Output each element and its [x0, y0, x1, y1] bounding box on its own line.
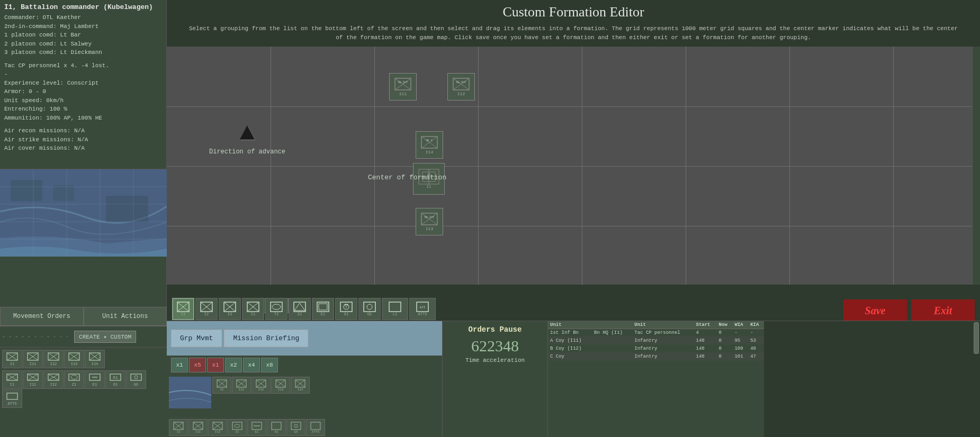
- toolbar-I2[interactable]: I2: [195, 298, 218, 320]
- cell-wia3: 100: [732, 345, 748, 353]
- unit-icon-Z1[interactable]: Z1: [64, 370, 84, 389]
- dash-separator: -: [4, 70, 162, 79]
- cell-kia4: 47: [748, 353, 764, 361]
- unit-icon-I14[interactable]: I14: [85, 350, 105, 368]
- toolbar-I1b[interactable]: I1: [242, 298, 264, 320]
- unit-actions-button[interactable]: Unit Actions: [84, 307, 167, 326]
- mult-x1b[interactable]: x1: [207, 358, 224, 372]
- create-custom-row: - - - - - · · - · · · CREATE ✦ CUSTOM: [0, 326, 167, 348]
- mini-icon-I1[interactable]: I1: [212, 377, 231, 394]
- mult-x4[interactable]: x4: [243, 358, 260, 372]
- icon-label-I12b: I12: [50, 383, 57, 387]
- create-custom-button[interactable]: CREATE ✦ CUSTOM: [74, 331, 136, 343]
- svg-rect-124: [291, 422, 301, 430]
- main-editor: Custom Formation Editor Select a groupin…: [167, 0, 980, 437]
- mult-x8[interactable]: x8: [261, 358, 278, 372]
- unit-icon-I12[interactable]: I12: [43, 350, 64, 368]
- grid-v-3: [478, 47, 479, 285]
- scroll-bar[interactable]: [972, 47, 980, 285]
- svg-rect-94: [169, 377, 211, 408]
- unit-icon-I13[interactable]: I13: [64, 350, 84, 368]
- formation-grid[interactable]: ▲ Direction of advance Kp Inf I11: [167, 47, 980, 285]
- mini-icon2-E1[interactable]: E1: [247, 419, 266, 436]
- toolbar-ATTS[interactable]: ATT ATTS: [409, 298, 436, 320]
- mini-icon2-I12[interactable]: I12: [208, 419, 227, 436]
- toolbar-L1[interactable]: L1: [382, 298, 408, 320]
- mini-icon2-61[interactable]: 61: [267, 419, 286, 436]
- orders-pause-section: Orders Pause 622348 Time acceleration: [442, 321, 548, 437]
- svg-point-88: [346, 306, 347, 307]
- mini-icon-I13[interactable]: I13: [271, 377, 290, 394]
- svg-point-90: [367, 304, 372, 309]
- toolbar-T2[interactable]: T2: [265, 298, 287, 320]
- save-button[interactable]: Save: [843, 299, 907, 322]
- unit-icon-I1b[interactable]: I1: [2, 370, 22, 389]
- mini-icon-I14[interactable]: I14: [291, 377, 310, 394]
- center-formation-label: Center of formation: [368, 174, 446, 181]
- unit-icon-I11b[interactable]: I11: [23, 370, 43, 389]
- mini2-svg-I11: [193, 422, 203, 430]
- toolbar-E1[interactable]: E1: [312, 298, 334, 320]
- col-start: Start: [694, 321, 717, 329]
- infantry-icon5: [89, 352, 101, 361]
- svg-text:Kp Inf: Kp Inf: [398, 81, 408, 84]
- icon-label-I11: I11: [30, 362, 37, 366]
- dash-row-2: · · - · · ·: [34, 334, 69, 340]
- icon-label-I12: I12: [50, 362, 57, 366]
- unit-icon-I12b[interactable]: I12: [43, 370, 64, 389]
- air-cover: Air cover missions: N/A: [4, 144, 162, 153]
- unit-sym8: [6, 392, 18, 401]
- unit-icon-I1[interactable]: I1: [2, 350, 22, 368]
- mini-icon2-ATTS[interactable]: ATTS: [306, 419, 325, 436]
- unit-icon-G5[interactable]: G5: [126, 370, 146, 389]
- col-desc: Unit: [632, 321, 694, 329]
- infantry-icon4: [68, 352, 80, 361]
- unit-icon-atts[interactable]: ATTS: [2, 389, 22, 408]
- air-recon: Air recon missions: N/A: [4, 126, 162, 135]
- icon-label-I14: I14: [92, 362, 98, 366]
- svg-rect-91: [389, 302, 401, 312]
- mini-icon2-G5[interactable]: G5: [286, 419, 305, 436]
- unit-token-I11[interactable]: Kp Inf I11: [389, 73, 417, 101]
- unit-icon-I11[interactable]: I11: [23, 350, 43, 368]
- svg-text:Kp Inf: Kp Inf: [425, 216, 434, 219]
- grid-canvas: ▲ Direction of advance Kp Inf I11: [167, 47, 980, 285]
- order-number: 622348: [471, 337, 519, 355]
- mini-icon2-I1[interactable]: I1: [169, 419, 188, 436]
- icon-label-I1b: I1: [10, 383, 14, 387]
- save-exit-area: Save Exit: [843, 299, 975, 322]
- unit-token-I13[interactable]: Kp Inf I13: [416, 208, 443, 235]
- mult-x2[interactable]: x2: [225, 358, 242, 372]
- cell-wia2: 95: [732, 337, 748, 345]
- grp-mvmt-button[interactable]: Grp Mvmt: [171, 330, 222, 347]
- unit-sym1: [6, 372, 18, 382]
- bottom-map-area: I1 I11: [167, 375, 442, 418]
- mi-label-I12: I12: [258, 388, 264, 392]
- toolbar-label-61: 61: [344, 312, 348, 316]
- mini-icon2-I11[interactable]: I11: [188, 419, 208, 436]
- unit-token-I14[interactable]: HC 1 I14: [416, 131, 443, 159]
- toolbar-I3[interactable]: I3: [219, 298, 241, 320]
- unit-icon-61[interactable]: 61 61: [105, 370, 125, 389]
- toolbar-I1[interactable]: I1: [172, 298, 194, 320]
- multiplier-row: x1 x5 x1 x2 x4 x8: [167, 356, 442, 375]
- mini-icon-I11[interactable]: I11: [232, 377, 251, 394]
- movement-orders-button[interactable]: Movement Orders: [0, 307, 84, 326]
- unit-token-I12[interactable]: Kp Inf I12: [447, 73, 475, 101]
- unit-sym4: [68, 372, 80, 382]
- toolbar-G5[interactable]: G5: [358, 298, 381, 320]
- mini-icon2-Z1[interactable]: Z1: [228, 419, 247, 436]
- exit-button[interactable]: Exit: [911, 299, 975, 322]
- mult-x1[interactable]: x1: [171, 358, 188, 372]
- mini-icon-I12[interactable]: I12: [251, 377, 271, 394]
- svg-rect-83: [319, 304, 327, 310]
- mission-briefing-button[interactable]: Mission Briefing: [224, 330, 308, 347]
- toolbar-icon-E1: [317, 302, 329, 312]
- unit-info: I1, Battalion commander (Kubelwagen) Com…: [0, 0, 166, 169]
- toolbar-61[interactable]: 61: [335, 298, 357, 320]
- unit-icon-E1[interactable]: E1: [85, 370, 105, 389]
- cell-start3: 148: [694, 345, 717, 353]
- mult-x5[interactable]: x5: [189, 358, 206, 372]
- svg-point-125: [294, 424, 298, 427]
- toolbar-Z1[interactable]: Z1: [289, 298, 311, 320]
